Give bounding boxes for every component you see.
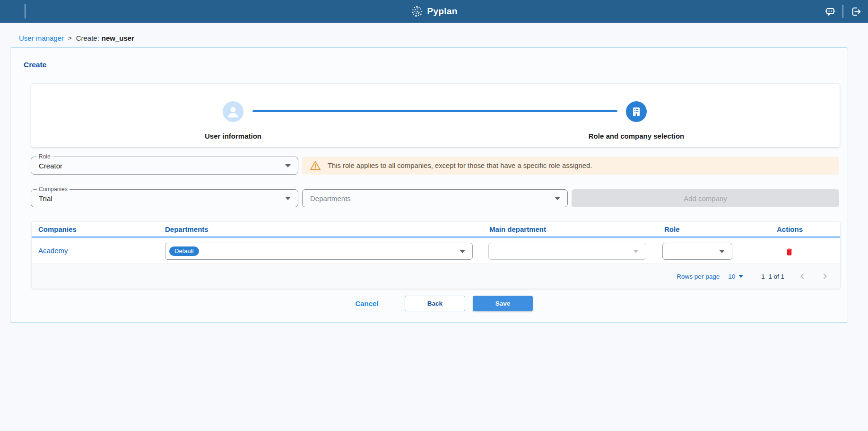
companies-select[interactable]: Companies Trial [31,189,298,207]
company-icon [630,105,643,118]
logout-icon [850,6,861,18]
topbar: Pyplan [0,0,868,23]
page-range-label: 1–1 of 1 [761,273,784,280]
department-chip: Default [169,246,199,256]
logo-mark-icon [410,5,423,18]
stepper-connector [252,110,617,112]
next-page-button[interactable] [820,272,830,281]
companies-select-label: Companies [37,186,69,193]
delete-icon [785,247,794,257]
departments-select[interactable]: Departments [302,189,568,207]
column-header-departments: Departments [165,225,208,233]
rows-per-page-value: 10 [728,273,735,280]
row-main-department-select[interactable] [488,243,646,260]
assistant-button[interactable] [824,5,836,18]
breadcrumb-current: Create: new_user [76,34,134,42]
breadcrumb: User manager > Create: new_user [19,34,134,42]
companies-select-value: Trial [31,194,52,202]
departments-select-placeholder: Departments [303,194,351,202]
step-circle [223,101,243,122]
step-role-company-selection[interactable]: Role and company selection [570,101,703,140]
topbar-divider [25,4,26,18]
back-button[interactable]: Back [405,296,465,311]
chevron-down-icon [555,197,560,200]
previous-page-button[interactable] [798,272,807,281]
stepper: User information [31,84,840,147]
row-role-select[interactable] [662,243,732,260]
app-logo: Pyplan [410,0,457,23]
chevron-down-icon [738,275,743,278]
step-label: User information [205,132,261,140]
role-select-label: Role [37,153,52,160]
breadcrumb-page-prefix: Create: [76,34,99,42]
logout-button[interactable] [850,6,861,18]
create-panel: Create User information [10,47,848,323]
table-header-row: Companies Departments Main department Ro… [32,222,840,237]
step-user-information[interactable]: User information [167,101,299,140]
column-header-main-department: Main department [489,225,546,233]
warning-text: This role applies to all companies, exce… [328,162,592,169]
breadcrumb-page-name: new_user [102,34,134,42]
company-cell: Academy [38,246,68,255]
menu-button[interactable] [6,7,19,16]
add-company-button[interactable]: Add company [572,189,839,207]
rows-per-page-label: Rows per page [677,273,720,280]
companies-table: Companies Departments Main department Ro… [32,222,840,289]
topbar-divider [842,5,843,18]
row-departments-select[interactable]: Default [165,243,473,260]
table-pagination: Rows per page 10 1–1 of 1 [32,264,840,289]
rows-per-page-select[interactable]: 10 [728,273,743,280]
app-title: Pyplan [427,6,457,17]
cancel-button[interactable]: Cancel [349,296,385,311]
person-icon [226,104,241,119]
table-row: Academy Default [32,238,840,264]
breadcrumb-link-user-manager[interactable]: User manager [19,34,64,42]
chevron-right-icon [820,272,830,281]
chevron-down-icon [633,250,639,253]
role-select-value: Creator [31,162,62,170]
screen: Pyplan [0,0,868,431]
chevron-down-icon [285,164,291,167]
breadcrumb-separator: > [68,35,72,42]
topbar-right [824,0,861,23]
delete-row-button[interactable] [782,246,796,258]
warning-banner: This role applies to all companies, exce… [302,157,839,175]
step-label: Role and company selection [589,132,685,140]
assistant-icon [824,5,836,18]
step-circle [626,101,647,122]
chevron-down-icon [285,197,291,200]
column-header-actions: Actions [777,225,803,233]
save-button[interactable]: Save [473,296,533,311]
column-header-role: Role [664,225,680,233]
page-title: Create [24,61,46,69]
chevron-down-icon [460,250,465,253]
role-select[interactable]: Role Creator [31,157,298,175]
column-header-companies: Companies [38,225,77,233]
chevron-down-icon [719,250,725,253]
chevron-left-icon [798,272,807,281]
warning-icon [310,160,321,171]
